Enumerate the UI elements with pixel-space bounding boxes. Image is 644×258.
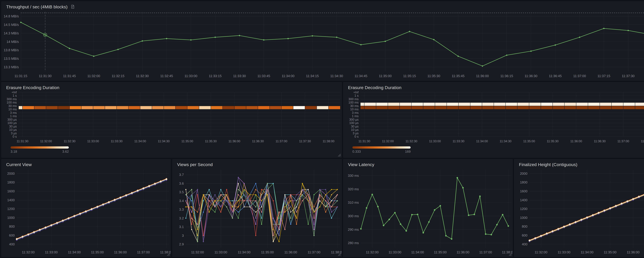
svg-text:310 ms: 310 ms [348,200,359,204]
svg-text:300 µs: 300 µs [7,118,17,121]
svg-text:11:35:00: 11:35:00 [523,140,535,143]
panel-erasure-decoding: Erasure Decoding Duration 11:31:3011:32:… [343,82,644,158]
svg-text:11:38:00: 11:38:00 [331,250,342,254]
svg-text:11:37:30: 11:37:30 [299,140,311,143]
svg-text:11:36:30: 11:36:30 [594,140,606,143]
svg-text:3.5: 3.5 [179,190,184,194]
svg-text:11:35:30: 11:35:30 [547,140,558,143]
svg-text:1200: 1200 [520,207,528,211]
svg-text:1000: 1000 [7,216,15,220]
svg-text:3.2: 3.2 [179,216,184,220]
panel-title-view-latency[interactable]: View Latency [348,162,374,167]
panel-header: Current View [2,159,171,168]
svg-text:30 ms: 30 ms [8,104,17,108]
svg-text:600: 600 [9,234,15,237]
svg-text:1 s: 1 s [354,94,358,97]
svg-text:1 s: 1 s [12,94,17,97]
svg-text:11:32:00: 11:32:00 [535,250,548,254]
panel-title-encoding[interactable]: Erasure Encoding Duration [6,85,60,90]
svg-text:11:35:15: 11:35:15 [403,74,416,78]
panel-title-throughput[interactable]: Throughput / sec (4MiB blocks) [6,4,68,10]
svg-text:1400: 1400 [7,198,15,202]
decoding-color-legend: 0.333 169 [344,145,644,158]
svg-text:300 ms: 300 ms [348,97,358,101]
color-scale-gradient [10,146,69,148]
svg-text:13.5 MB/s: 13.5 MB/s [4,57,19,60]
svg-text:11:37:00: 11:37:00 [276,140,287,143]
description-icon[interactable] [70,4,75,10]
view-latency-chart[interactable]: 11:32:0011:33:0011:34:0011:35:0011:36:00… [344,168,512,257]
svg-text:11:36:00: 11:36:00 [627,250,640,254]
svg-text:11:36:00: 11:36:00 [284,250,297,254]
current-view-chart[interactable]: 11:32:0011:33:0011:34:0011:35:0011:36:00… [2,168,171,257]
panel-finalized-height: Finalized Height (Contiguous) 11:32:0011… [514,159,644,257]
svg-text:11:35:45: 11:35:45 [452,74,464,78]
throughput-chart[interactable]: 11:31:1511:31:3011:31:4511:32:0011:32:15… [2,10,644,80]
svg-text:11:31:45: 11:31:45 [63,74,76,78]
svg-text:11:33:00: 11:33:00 [388,250,401,254]
svg-text:3 µs: 3 µs [353,132,358,135]
svg-text:+Inf: +Inf [353,90,358,94]
svg-text:0 s: 0 s [354,135,358,138]
svg-text:1 ms: 1 ms [352,114,358,118]
svg-text:3 µs: 3 µs [11,132,17,135]
svg-text:11:34:00: 11:34:00 [238,250,250,254]
svg-text:11:34:30: 11:34:30 [330,74,343,78]
svg-text:14.3 MB/s: 14.3 MB/s [4,31,19,35]
svg-text:11:33:00: 11:33:00 [45,250,58,254]
svg-text:11:35:00: 11:35:00 [181,140,193,143]
views-per-second-chart[interactable]: 11:32:0011:33:0011:34:0011:35:0011:36:00… [172,168,342,257]
panel-title-finalized-height[interactable]: Finalized Height (Contiguous) [519,162,578,167]
svg-text:11:36:30: 11:36:30 [524,74,537,78]
svg-text:10 µs: 10 µs [351,128,358,132]
svg-text:11:37:00: 11:37:00 [573,74,586,78]
svg-text:11:37:00: 11:37:00 [308,250,320,254]
svg-text:11:32:30: 11:32:30 [136,74,149,78]
svg-text:+Inf: +Inf [12,90,17,94]
svg-text:11:36:00: 11:36:00 [114,250,127,254]
svg-text:11:31:30: 11:31:30 [16,140,28,143]
svg-text:11:34:45: 11:34:45 [354,74,367,78]
svg-text:11:34:00: 11:34:00 [581,250,594,254]
svg-text:11:33:30: 11:33:30 [111,140,122,143]
svg-text:11:37:00: 11:37:00 [479,250,492,254]
svg-text:11:35:30: 11:35:30 [428,74,440,78]
legend-min: 3.18 [10,150,17,154]
svg-text:330 ms: 330 ms [348,174,359,178]
panel-views-per-second: Views per Second 11:32:0011:33:0011:34:0… [172,159,342,257]
svg-text:11:35:00: 11:35:00 [379,74,392,78]
svg-text:400: 400 [9,242,15,246]
svg-text:11:32:30: 11:32:30 [64,140,76,143]
panel-title-decoding[interactable]: Erasure Decoding Duration [348,85,402,90]
svg-text:11:34:00: 11:34:00 [411,250,424,254]
svg-text:13.3 MB/s: 13.3 MB/s [4,65,19,69]
svg-text:14.8 MB/s: 14.8 MB/s [4,14,19,18]
svg-text:13.8 MB/s: 13.8 MB/s [4,48,19,52]
panel-title-current-view[interactable]: Current View [6,162,32,167]
svg-text:11:32:00: 11:32:00 [22,250,35,254]
legend-min: 0.333 [352,150,361,154]
panel-title-views-per-second[interactable]: Views per Second [177,162,213,167]
svg-text:400: 400 [522,242,528,246]
svg-text:11:33:00: 11:33:00 [214,250,227,254]
svg-text:11:36:30: 11:36:30 [252,140,264,143]
encoding-color-legend: 3.18 3.62 [2,145,342,158]
panel-header: Views per Second [172,159,342,168]
svg-text:11:34:00: 11:34:00 [476,140,488,143]
svg-text:11:35:00: 11:35:00 [434,250,447,254]
svg-text:11:33:00: 11:33:00 [184,74,197,78]
decoding-heatmap[interactable]: 11:31:3011:32:0011:32:3011:33:0011:33:30… [344,90,644,145]
svg-text:11:34:30: 11:34:30 [158,140,170,143]
svg-text:3 ms: 3 ms [10,111,17,114]
svg-text:11:37:30: 11:37:30 [622,74,634,78]
svg-text:11:36:00: 11:36:00 [228,140,240,143]
svg-text:1600: 1600 [7,189,15,193]
svg-text:100 ms: 100 ms [348,101,358,104]
panel-erasure-encoding: Erasure Encoding Duration 11:31:3011:32:… [2,82,342,158]
svg-text:100 ms: 100 ms [6,101,17,104]
finalized-height-chart[interactable]: 11:32:0011:33:0011:34:0011:35:0011:36:00… [514,168,644,257]
svg-text:11:34:30: 11:34:30 [500,140,512,143]
svg-text:11:33:00: 11:33:00 [558,250,570,254]
encoding-heatmap[interactable]: 11:31:3011:32:0011:32:3011:33:0011:33:30… [2,90,342,145]
svg-text:100 µs: 100 µs [349,121,358,124]
